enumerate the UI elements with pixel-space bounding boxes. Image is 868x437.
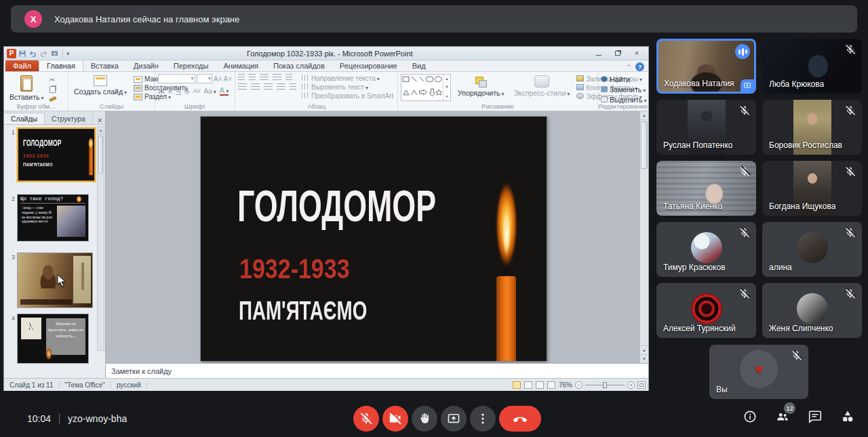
zoom-slider[interactable] <box>585 385 625 385</box>
participant-tile[interactable]: Женя Слипченко <box>762 283 862 338</box>
undo-icon[interactable] <box>28 50 37 58</box>
leave-call-button[interactable] <box>499 406 541 432</box>
justify-button[interactable] <box>277 83 285 90</box>
tab-design[interactable]: Дизайн <box>126 60 166 71</box>
scroll-up-icon[interactable]: ▲ <box>98 127 104 134</box>
slide-memo[interactable]: ПАМ'ЯТАЄМО <box>239 298 367 324</box>
text-direction-button[interactable]: Направление текста <box>302 75 393 82</box>
language-indicator[interactable]: русский <box>111 381 147 389</box>
slideshow-view-button[interactable] <box>547 381 555 389</box>
activities-button[interactable] <box>840 408 856 425</box>
slideshow-icon[interactable] <box>50 50 59 58</box>
previous-slide-button[interactable]: ▲ <box>640 345 648 354</box>
slide-years[interactable]: 1932-1933 <box>239 255 350 282</box>
participant-tile[interactable]: Тимур Красюков <box>656 222 756 277</box>
format-painter-icon[interactable] <box>50 95 59 102</box>
help-icon[interactable]: ? <box>635 62 644 71</box>
participant-tile[interactable]: Боровик Ростислав <box>762 100 862 155</box>
bullets-button[interactable] <box>238 74 245 81</box>
redo-icon[interactable] <box>39 50 48 58</box>
participant-tile[interactable]: Татьяна Киенко <box>656 161 756 216</box>
participant-tile[interactable]: Богдана Ищукова <box>762 161 862 216</box>
tab-view[interactable]: Вид <box>405 60 433 71</box>
zoom-in-button[interactable]: + <box>627 381 635 389</box>
grow-font-button[interactable]: A˄ <box>214 75 222 83</box>
fit-to-window-button[interactable] <box>637 381 646 389</box>
bold-button[interactable]: Ж <box>158 87 165 95</box>
paste-button[interactable]: Вставить <box>7 74 47 102</box>
shapes-gallery-scroll[interactable]: ▲▼▾ <box>443 75 450 100</box>
camera-toggle-button[interactable] <box>382 406 408 432</box>
font-size-select[interactable] <box>197 74 212 83</box>
new-slide-button[interactable]: Создать слайд <box>71 74 130 100</box>
find-button[interactable]: Найти <box>601 75 646 83</box>
present-button[interactable] <box>441 406 467 432</box>
underline-button[interactable]: Ч <box>176 87 180 95</box>
smartart-button[interactable]: Преобразовать в SmartArt <box>302 92 393 100</box>
slide-title[interactable]: ГОЛОДОМОР <box>237 185 436 228</box>
reading-view-button[interactable] <box>536 381 544 389</box>
participants-button[interactable]: 12 <box>774 408 791 425</box>
replace-button[interactable]: Заменить <box>601 86 646 94</box>
copy-icon[interactable] <box>50 86 59 93</box>
chat-button[interactable] <box>807 408 823 425</box>
save-icon[interactable] <box>18 50 26 58</box>
participant-tile-self[interactable]: ♥ Вы <box>709 345 808 399</box>
minimize-button[interactable] <box>590 48 608 59</box>
zoom-out-button[interactable]: − <box>575 381 583 389</box>
strikethrough-button[interactable]: S <box>184 87 189 95</box>
decrease-indent-button[interactable] <box>260 74 269 81</box>
shrink-font-button[interactable]: A˅ <box>223 75 232 83</box>
tab-insert[interactable]: Вставка <box>83 60 126 71</box>
participant-tile[interactable]: алина <box>762 222 862 277</box>
change-case-button[interactable]: Аа <box>203 88 216 95</box>
tab-file[interactable]: Файл <box>5 60 39 71</box>
notes-pane[interactable]: Заметки к слайду <box>106 363 648 378</box>
raise-hand-button[interactable] <box>412 406 437 432</box>
participant-tile[interactable]: Ходакова Наталия <box>656 39 756 94</box>
align-left-button[interactable] <box>238 83 247 90</box>
minimize-ribbon-icon[interactable]: ⌃ <box>626 64 631 71</box>
tab-animations[interactable]: Анимация <box>216 60 266 71</box>
quick-styles-button[interactable]: Экспресс-стили <box>511 74 573 98</box>
participant-tile[interactable]: Алексей Турянский <box>656 283 756 338</box>
arrange-button[interactable]: Упорядочить <box>455 74 507 98</box>
align-text-button[interactable]: Выровнять текст <box>302 83 393 91</box>
participant-tile[interactable]: Руслан Попатенко <box>656 100 756 155</box>
next-slide-button[interactable]: ▼ <box>640 354 648 363</box>
current-slide[interactable]: ГОЛОДОМОР 1932-1933 ПАМ'ЯТАЄМО <box>201 117 547 361</box>
line-spacing-button[interactable] <box>285 74 292 81</box>
slide-1-thumbnail[interactable]: ГОЛОДОМОР 1932-1933 ПАМ'ЯТАЄМО <box>17 128 96 182</box>
italic-button[interactable]: К <box>168 87 172 95</box>
slide-sorter-button[interactable] <box>524 381 532 389</box>
align-center-button[interactable] <box>251 83 260 90</box>
restore-button[interactable] <box>609 48 627 59</box>
cut-icon[interactable]: ✂ <box>50 76 59 83</box>
participant-tile[interactable]: Люба Крюкова <box>762 39 862 94</box>
panel-tab-slides[interactable]: Слайды <box>4 113 45 124</box>
editor-scrollbar[interactable]: ▲ ▲ ▼ <box>639 111 648 363</box>
scroll-up-icon[interactable]: ▲ <box>640 111 648 120</box>
char-spacing-button[interactable]: AV <box>193 88 200 94</box>
close-button[interactable]: × <box>628 48 646 59</box>
tab-home[interactable]: Главная <box>39 60 83 71</box>
panel-close-icon[interactable]: ✕ <box>93 117 106 124</box>
scrollbar-thumb[interactable] <box>641 121 648 169</box>
panel-scrollbar[interactable]: ▲ <box>97 126 104 351</box>
columns-button[interactable] <box>290 83 296 90</box>
font-color-button[interactable]: А <box>220 86 229 96</box>
meeting-details-button[interactable] <box>742 408 758 425</box>
more-options-button[interactable] <box>470 406 496 432</box>
tab-transitions[interactable]: Переходы <box>166 60 216 71</box>
font-name-select[interactable] <box>158 74 195 83</box>
scrollbar-thumb[interactable] <box>98 136 103 174</box>
mic-toggle-button[interactable] <box>353 406 379 432</box>
slide-2-thumbnail[interactable]: Що таке голод? Голод — стан людини, у як… <box>17 194 89 242</box>
shapes-gallery[interactable]: ▲▼▾ <box>401 74 451 101</box>
tab-slideshow[interactable]: Показ слайдов <box>266 60 332 71</box>
slide-4-thumbnail[interactable]: Мертві не простять, живі не забудуть... <box>17 314 89 364</box>
tab-review[interactable]: Рецензирование <box>332 60 405 71</box>
align-right-button[interactable] <box>264 83 273 90</box>
numbering-button[interactable] <box>249 74 256 81</box>
normal-view-button[interactable] <box>513 381 521 389</box>
